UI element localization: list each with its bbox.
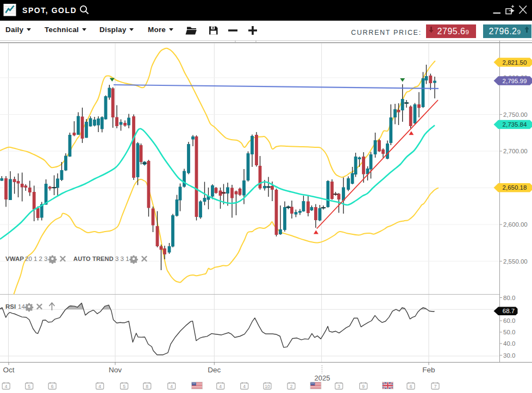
svg-text:2,735.84: 2,735.84 — [503, 121, 527, 128]
svg-text:3: 3 — [337, 384, 340, 389]
svg-text:Nov: Nov — [109, 366, 122, 374]
svg-text:10: 10 — [265, 384, 270, 389]
svg-text:20 1 2 3: 20 1 2 3 — [25, 255, 48, 262]
svg-text:6: 6 — [410, 384, 412, 389]
svg-text:2,750.00: 2,750.00 — [503, 111, 528, 118]
svg-text:40.0: 40.0 — [503, 340, 515, 347]
svg-text:8: 8 — [146, 384, 148, 389]
svg-text:2,821.50: 2,821.50 — [503, 59, 527, 66]
svg-text:4: 4 — [5, 384, 8, 389]
svg-text:60.0: 60.0 — [503, 317, 515, 324]
svg-text:6: 6 — [51, 384, 54, 389]
svg-text:Oct: Oct — [3, 366, 14, 374]
svg-text:2,550.00: 2,550.00 — [503, 258, 528, 265]
svg-text:30.0: 30.0 — [503, 352, 515, 359]
svg-text:RSI: RSI — [5, 303, 16, 310]
svg-text:9: 9 — [362, 384, 365, 389]
svg-text:50.0: 50.0 — [503, 329, 515, 335]
svg-text:2,650.18: 2,650.18 — [503, 184, 527, 191]
svg-text:2,600.00: 2,600.00 — [503, 221, 528, 228]
svg-text:4: 4 — [243, 384, 246, 389]
svg-text:80.0: 80.0 — [503, 295, 515, 301]
svg-text:4: 4 — [219, 384, 222, 389]
svg-text:2,795.99: 2,795.99 — [503, 78, 527, 84]
svg-text:2025: 2025 — [315, 374, 330, 382]
svg-text:7: 7 — [434, 384, 437, 389]
svg-text:Feb: Feb — [422, 366, 435, 374]
svg-text:SPOT, GOLD: SPOT, GOLD — [22, 6, 77, 15]
svg-text:AUTO TREND: AUTO TREND — [73, 255, 114, 262]
svg-text:3 3 1: 3 3 1 — [115, 255, 129, 262]
svg-text:Dec: Dec — [208, 366, 221, 374]
svg-text:2,700.00: 2,700.00 — [503, 148, 528, 154]
svg-text:14: 14 — [18, 303, 25, 310]
svg-text:2: 2 — [290, 384, 293, 389]
svg-text:4: 4 — [98, 384, 101, 389]
svg-text:VWAP: VWAP — [5, 255, 24, 262]
svg-text:5: 5 — [28, 384, 30, 389]
svg-text:68.7: 68.7 — [503, 308, 515, 314]
svg-text:4: 4 — [170, 384, 173, 389]
svg-text:5: 5 — [123, 384, 126, 389]
